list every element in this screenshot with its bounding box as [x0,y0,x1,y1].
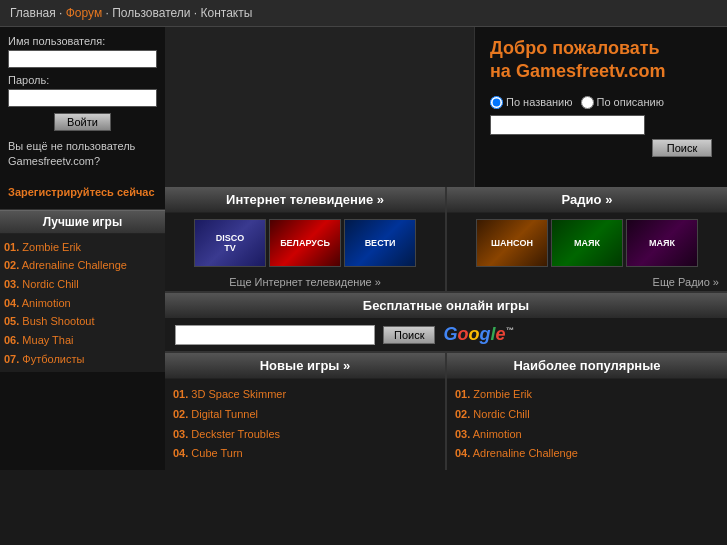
list-item: 04. Adrenaline Challenge [455,444,719,464]
search-btn-row: Поиск [490,139,712,157]
google-search-input[interactable] [175,325,375,345]
channel-name-disco: DISCOTV [216,233,245,253]
nav-sep2: · [102,6,112,20]
game-link[interactable]: Nordic Chill [473,408,529,420]
welcome-title: Добро пожаловать на Gamesfreetv.com [490,37,712,84]
channel-thumb-mayak1[interactable]: МАЯК [551,219,623,267]
radio-column: Радио » ШАНСОН МАЯК МАЯК Еще Радио » [447,187,727,291]
popular-games-list: 01. Zombie Erik 02. Nordic Chill 03. Ani… [447,379,727,470]
new-games-list: 01. 3D Space Skimmer 02. Digital Tunnel … [165,379,445,470]
list-item: 01. 3D Space Skimmer [173,385,437,405]
radio-see-more: Еще Радио » [447,273,727,291]
best-games-section: Лучшие игры 01. Zombie Erik 02. Adrenali… [0,210,165,373]
tv-column: Интернет телевидение » DISCOTV БЕЛАРУСЬ … [165,187,447,291]
game-link[interactable]: Animotion [22,297,71,309]
google-logo: Google™ [443,324,513,345]
new-games-header[interactable]: Новые игры » [165,353,445,379]
register-link[interactable]: Зарегистрируйтесь сейчас [8,186,155,198]
username-label: Имя пользователя: [8,35,157,47]
tv-see-more-link[interactable]: Еще Интернет телевидение » [229,276,381,288]
nav-forum[interactable]: Форум [66,6,102,20]
list-item: 03. Nordic Chill [4,275,161,294]
channel-thumb-vesti[interactable]: ВЕСТИ [344,219,416,267]
list-item: 01. Zombie Erik [455,385,719,405]
list-item: 04. Cube Turn [173,444,437,464]
password-input[interactable] [8,89,157,107]
game-link[interactable]: Bush Shootout [22,315,94,327]
left-sidebar: Имя пользователя: Пароль: Войти Вы ещё н… [0,27,165,470]
radio-see-more-link[interactable]: Еще Радио » [653,276,719,288]
best-games-list: 01. Zombie Erik 02. Adrenaline Challenge… [0,234,165,373]
radio-by-desc-option[interactable]: По описанию [581,96,664,109]
tv-section-header[interactable]: Интернет телевидение » [165,187,445,213]
new-popular-section: Новые игры » 01. 3D Space Skimmer 02. Di… [165,353,727,470]
game-link[interactable]: Adrenaline Challenge [473,447,578,459]
list-item: 02. Digital Tunnel [173,405,437,425]
login-section: Имя пользователя: Пароль: Войти Вы ещё н… [0,27,165,210]
nav-users[interactable]: Пользователи [112,6,190,20]
channel-name-vesti: ВЕСТИ [365,238,396,248]
list-item: 04. Animotion [4,294,161,313]
game-link[interactable]: Футболисты [22,353,84,365]
tv-radio-section: Интернет телевидение » DISCOTV БЕЛАРУСЬ … [165,187,727,293]
channel-name-mayak2: МАЯК [649,238,675,248]
game-link[interactable]: Nordic Chill [22,278,78,290]
radio-by-desc[interactable] [581,96,594,109]
google-search-row: Поиск Google™ [165,318,727,351]
channel-name-shanson: ШАНСОН [491,238,533,248]
games-header-bar: Бесплатные онлайн игры [165,293,727,318]
header-welcome: Добро пожаловать на Gamesfreetv.com По н… [475,27,727,187]
channel-name-mayak1: МАЯК [574,238,600,248]
top-navigation: Главная · Форум · Пользователи · Контакт… [0,0,727,27]
password-label: Пароль: [8,74,157,86]
radio-channel-thumbs: ШАНСОН МАЯК МАЯК [447,213,727,273]
list-item: 02. Nordic Chill [455,405,719,425]
game-link[interactable]: Deckster Troubles [191,428,280,440]
channel-thumb-shanson[interactable]: ШАНСОН [476,219,548,267]
radio-by-name-option[interactable]: По названию [490,96,573,109]
radio-by-name[interactable] [490,96,503,109]
game-link[interactable]: Animotion [473,428,522,440]
popular-games-header[interactable]: Наиболее популярные [447,353,727,379]
list-item: 05. Bush Shootout [4,312,161,331]
search-input[interactable] [490,115,645,135]
game-link[interactable]: Cube Turn [191,447,242,459]
game-link[interactable]: Zombie Erik [473,388,532,400]
radio-section-header[interactable]: Радио » [447,187,727,213]
header-top: Добро пожаловать на Gamesfreetv.com По н… [165,27,727,187]
best-games-header: Лучшие игры [0,210,165,234]
nav-home[interactable]: Главная [10,6,56,20]
list-item: 03. Animotion [455,425,719,445]
search-button[interactable]: Поиск [652,139,712,157]
channel-name-belarus: БЕЛАРУСЬ [280,238,330,248]
game-link[interactable]: 3D Space Skimmer [191,388,286,400]
new-games-column: Новые игры » 01. 3D Space Skimmer 02. Di… [165,353,447,470]
login-button[interactable]: Войти [54,113,111,131]
popular-games-column: Наиболее популярные 01. Zombie Erik 02. … [447,353,727,470]
google-search-button[interactable]: Поиск [383,326,435,344]
list-item: 03. Deckster Troubles [173,425,437,445]
nav-sep1: · [56,6,66,20]
nav-contacts[interactable]: Контакты [201,6,253,20]
channel-thumb-belarus[interactable]: БЕЛАРУСЬ [269,219,341,267]
content-area: Добро пожаловать на Gamesfreetv.com По н… [165,27,727,470]
main-wrapper: Имя пользователя: Пароль: Войти Вы ещё н… [0,27,727,470]
game-link[interactable]: Zombie Erik [22,241,81,253]
header-banner [165,27,475,187]
list-item: 07. Футболисты [4,350,161,369]
channel-thumb-disco[interactable]: DISCOTV [194,219,266,267]
search-options-row: По названию По описанию [490,96,712,109]
games-section: Бесплатные онлайн игры Поиск Google™ [165,293,727,353]
nav-sep3: · [191,6,201,20]
tv-channel-thumbs: DISCOTV БЕЛАРУСЬ ВЕСТИ [165,213,445,273]
register-text: Вы ещё не пользователь Gamesfreetv.com? … [8,139,157,201]
channel-thumb-mayak2[interactable]: МАЯК [626,219,698,267]
list-item: 01. Zombie Erik [4,238,161,257]
list-item: 06. Muay Thai [4,331,161,350]
game-link[interactable]: Digital Tunnel [191,408,258,420]
game-link[interactable]: Adrenaline Challenge [22,259,127,271]
username-input[interactable] [8,50,157,68]
game-link[interactable]: Muay Thai [22,334,73,346]
tv-see-more: Еще Интернет телевидение » [165,273,445,291]
list-item: 02. Adrenaline Challenge [4,256,161,275]
